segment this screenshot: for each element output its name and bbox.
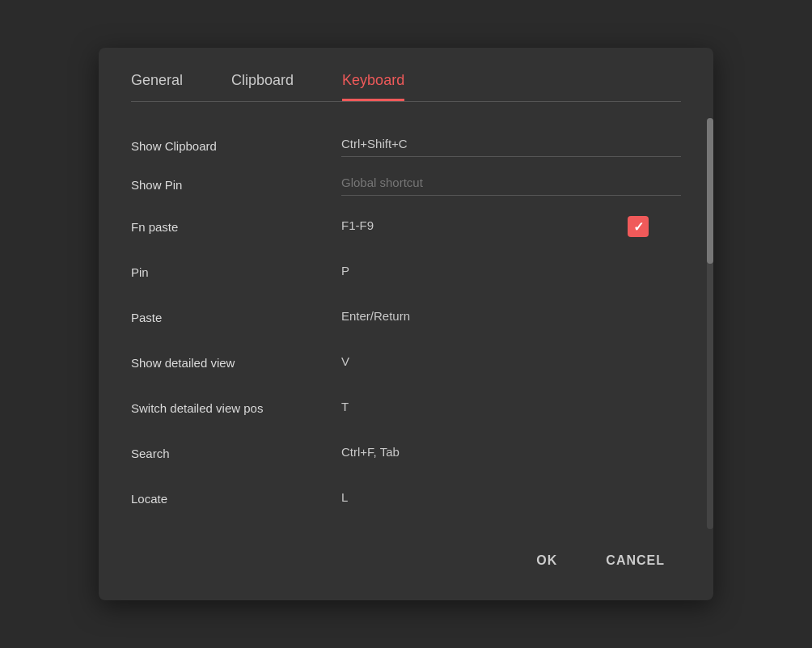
scrollbar[interactable] (697, 118, 713, 529)
label-search: Search (131, 447, 341, 460)
scrollbar-track (707, 118, 713, 529)
content-area: Show Clipboard Ctrl+Shift+C Show Pin Glo… (99, 102, 713, 529)
label-pin: Pin (131, 265, 341, 279)
fn-paste-row-inner: F1-F9 ✓ (341, 215, 681, 238)
fn-paste-checkbox-container: ✓ (628, 216, 649, 237)
label-show-detailed-view: Show detailed view (131, 356, 341, 370)
settings-dialog: General Clipboard Keyboard Show Clipboar… (99, 48, 713, 600)
shortcut-row-show-pin: Show Pin Global shortcut (131, 165, 697, 204)
tab-general[interactable]: General (131, 72, 183, 101)
label-paste: Paste (131, 311, 341, 324)
tab-clipboard[interactable]: Clipboard (231, 72, 294, 101)
cancel-button[interactable]: CANCEL (590, 545, 681, 576)
label-fn-paste: Fn paste (131, 220, 341, 234)
value-pin: P (341, 260, 681, 283)
label-show-pin: Show Pin (131, 178, 341, 192)
shortcut-row-fn-paste: Fn paste F1-F9 ✓ (131, 204, 697, 249)
value-fn-paste: F1-F9 (341, 215, 628, 238)
value-show-clipboard[interactable]: Ctrl+Shift+C (341, 134, 681, 157)
label-show-clipboard: Show Clipboard (131, 139, 341, 153)
tab-keyboard[interactable]: Keyboard (342, 72, 404, 101)
value-search: Ctrl+F, Tab (341, 442, 681, 464)
shortcut-row-locate: Locate L (131, 476, 697, 521)
label-switch-detailed-view-pos: Switch detailed view pos (131, 401, 341, 415)
value-switch-detailed-view-pos: T (341, 396, 681, 419)
value-paste: Enter/Return (341, 306, 681, 328)
value-show-detailed-view: V (341, 351, 681, 374)
shortcut-row-switch-detailed-view-pos: Switch detailed view pos T (131, 385, 697, 430)
value-locate: L (341, 487, 681, 510)
shortcut-row-show-detailed-view: Show detailed view V (131, 340, 697, 385)
value-show-pin[interactable]: Global shortcut (341, 173, 681, 196)
shortcut-row-paste: Paste Enter/Return (131, 294, 697, 340)
shortcut-row-search: Search Ctrl+F, Tab (131, 430, 697, 476)
checkbox-check-icon: ✓ (633, 219, 644, 235)
shortcut-row-show-clipboard: Show Clipboard Ctrl+Shift+C (131, 126, 697, 165)
label-locate: Locate (131, 492, 341, 506)
fn-paste-checkbox[interactable]: ✓ (628, 216, 649, 237)
shortcut-row-pin: Pin P (131, 249, 697, 294)
tabs-container: General Clipboard Keyboard (99, 48, 713, 101)
shortcuts-list: Show Clipboard Ctrl+Shift+C Show Pin Glo… (99, 118, 697, 529)
dialog-footer: OK CANCEL (99, 529, 713, 600)
scrollbar-thumb[interactable] (707, 118, 713, 264)
ok-button[interactable]: OK (520, 545, 573, 576)
